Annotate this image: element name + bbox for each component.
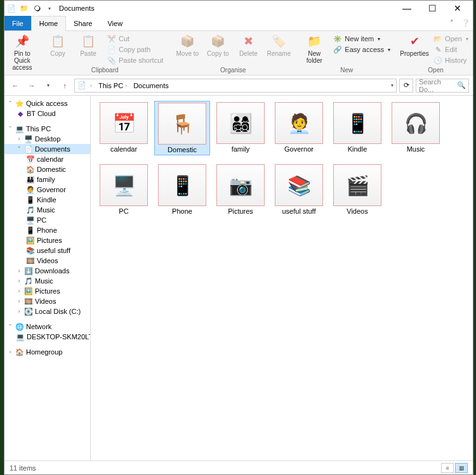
folder-item[interactable]: 🖥️PC	[96, 163, 152, 216]
tree-sub-item[interactable]: 📱Phone	[4, 225, 90, 235]
properties-qat-icon[interactable]: 📄	[7, 4, 16, 13]
quick-access-toolbar: 📄 📁 🔾 ▾	[7, 4, 54, 13]
copy-path-button[interactable]: 📄Copy path	[105, 44, 166, 55]
easy-access-icon: 🔗	[333, 45, 342, 54]
edit-icon: ✎	[433, 45, 442, 54]
folder-item[interactable]: 🎧Music	[388, 101, 444, 155]
pin-icon: 📌	[15, 34, 30, 49]
breadcrumb[interactable]: Documents	[131, 82, 171, 89]
new-item-button[interactable]: ✳️New item▾	[331, 34, 393, 44]
folder-thumbnail: 📱	[333, 102, 381, 144]
tree-sub-item[interactable]: 📚useful stuff	[4, 245, 90, 256]
tree-sub-item[interactable]: 🖼️Pictures	[4, 235, 90, 245]
recent-dropdown[interactable]: ▾	[41, 79, 55, 93]
minimize-button[interactable]: —	[394, 1, 420, 16]
tree-sub-item[interactable]: 🏠Domestic	[4, 164, 90, 174]
explorer-window: 📄 📁 🔾 ▾ Documents — ☐ ✕ File Home Share …	[4, 0, 473, 475]
paste-button[interactable]: 📋Paste	[74, 34, 102, 57]
organise-group-label: Organise	[220, 67, 246, 74]
move-to-button[interactable]: 📦Move to	[173, 34, 201, 57]
tree-sub-item[interactable]: 🎵Music	[4, 205, 90, 215]
close-button[interactable]: ✕	[445, 1, 470, 16]
tree-sub-item[interactable]: 👪family	[4, 174, 90, 185]
open-button[interactable]: 📂Open▾	[431, 34, 471, 44]
pin-quick-access-button[interactable]: 📌Pin to Quick access	[8, 34, 36, 71]
tree-videos[interactable]: ›🎞️Videos	[4, 296, 90, 306]
folder-label: Videos	[347, 207, 367, 215]
tree-music[interactable]: ›🎵Music	[4, 276, 90, 286]
collapse-ribbon-icon[interactable]: ˄	[445, 16, 459, 30]
tree-downloads[interactable]: ›⬇️Downloads	[4, 266, 90, 276]
back-button[interactable]: ←	[8, 79, 22, 93]
tree-network[interactable]: ˅🌐Network	[4, 322, 90, 332]
clipboard-group-label: Clipboard	[91, 67, 119, 74]
easy-access-button[interactable]: 🔗Easy access▾	[331, 44, 393, 55]
folder-item[interactable]: 📱Phone	[154, 163, 210, 216]
history-button[interactable]: 🕓History	[431, 55, 471, 65]
tree-sub-item[interactable]: 📅calendar	[4, 154, 90, 164]
tree-sub-item[interactable]: 📱Kindle	[4, 195, 90, 205]
details-view-button[interactable]: ≡	[441, 463, 454, 473]
folder-item[interactable]: 🎬Videos	[329, 163, 385, 216]
folder-item[interactable]: 📚useful stuff	[271, 163, 327, 216]
search-input[interactable]: Search Do... 🔍	[416, 79, 469, 93]
tree-desktop[interactable]: ›🖥️Desktop	[4, 134, 90, 144]
properties-button[interactable]: ✔Properties	[400, 34, 428, 57]
maximize-button[interactable]: ☐	[420, 1, 445, 16]
up-button[interactable]: ↑	[58, 79, 72, 93]
breadcrumb[interactable]: This PC›	[96, 82, 129, 89]
tree-sub-item[interactable]: 🎞️Videos	[4, 256, 90, 266]
copyto-icon: 📦	[210, 34, 225, 49]
help-icon[interactable]: ❔	[459, 16, 473, 30]
refresh-button[interactable]: ⟳	[399, 79, 413, 93]
tab-home[interactable]: Home	[31, 16, 66, 31]
folder-label: Pictures	[228, 207, 253, 215]
nav-tree: ˅⭐Quick access ◆BT Cloud ˅💻This PC ›🖥️De…	[4, 96, 91, 460]
delete-button[interactable]: ✖Delete	[234, 34, 262, 57]
tree-pictures[interactable]: ›🖼️Pictures	[4, 286, 90, 296]
tree-homegroup[interactable]: ›🏠Homegroup	[4, 347, 90, 357]
tree-desktop-pc[interactable]: 💻DESKTOP-SKM20LT	[4, 332, 90, 342]
tree-quick-access[interactable]: ˅⭐Quick access	[4, 98, 90, 108]
new-folder-qat-icon[interactable]: 📁	[20, 4, 29, 13]
tree-local-disk[interactable]: ›💽Local Disk (C:)	[4, 306, 90, 316]
tab-share[interactable]: Share	[66, 16, 100, 30]
tree-sub-item[interactable]: 🧑‍💼Governor	[4, 185, 90, 195]
folder-item[interactable]: 📅calendar	[96, 101, 152, 155]
copy-to-button[interactable]: 📦Copy to	[204, 34, 232, 57]
rename-button[interactable]: 🏷️Rename	[265, 34, 293, 57]
folder-thumbnail: 🎬	[333, 164, 381, 206]
folder-label: useful stuff	[282, 207, 316, 215]
file-pane[interactable]: 📅calendar🪑Domestic👨‍👩‍👧‍👦family🧑‍💼Govern…	[91, 96, 473, 460]
edit-button[interactable]: ✎Edit	[431, 44, 471, 55]
tree-sub-item[interactable]: 🖥️PC	[4, 215, 90, 225]
paste-shortcut-button[interactable]: 📎Paste shortcut	[105, 55, 166, 65]
folder-label: Domestic	[168, 146, 197, 153]
addr-dropdown-icon[interactable]: ▾	[391, 82, 393, 88]
address-bar[interactable]: 📄 › This PC› Documents ▾	[74, 79, 397, 93]
copy-path-icon: 📄	[107, 45, 116, 54]
folder-item[interactable]: 📷Pictures	[213, 163, 268, 216]
folder-item[interactable]: 🪑Domestic	[154, 101, 210, 155]
folder-thumbnail: 📱	[158, 164, 206, 206]
folder-thumbnail: 📅	[100, 102, 148, 144]
cut-button[interactable]: ✂️Cut	[105, 34, 166, 44]
tab-file[interactable]: File	[4, 16, 31, 30]
tree-documents[interactable]: ˅📄Documents	[4, 144, 90, 154]
titlebar: 📄 📁 🔾 ▾ Documents — ☐ ✕	[4, 1, 473, 16]
new-folder-button[interactable]: 📁New folder	[300, 34, 328, 64]
item-count: 11 items	[10, 464, 36, 472]
qat-dropdown-icon[interactable]: ▾	[45, 4, 54, 13]
copy-button[interactable]: 📋Copy	[44, 34, 72, 57]
icons-view-button[interactable]: ▦	[455, 463, 468, 473]
tab-view[interactable]: View	[100, 16, 130, 30]
undo-qat-icon[interactable]: 🔾	[32, 4, 41, 13]
folder-item[interactable]: 🧑‍💼Governor	[271, 101, 327, 155]
tree-this-pc[interactable]: ˅💻This PC	[4, 124, 90, 134]
folder-label: Phone	[172, 207, 192, 215]
folder-item[interactable]: 👨‍👩‍👧‍👦family	[213, 101, 268, 155]
folder-item[interactable]: 📱Kindle	[329, 101, 385, 155]
tree-bt-cloud[interactable]: ◆BT Cloud	[4, 108, 90, 119]
forward-button[interactable]: →	[25, 79, 39, 93]
copy-icon: 📋	[50, 34, 65, 49]
